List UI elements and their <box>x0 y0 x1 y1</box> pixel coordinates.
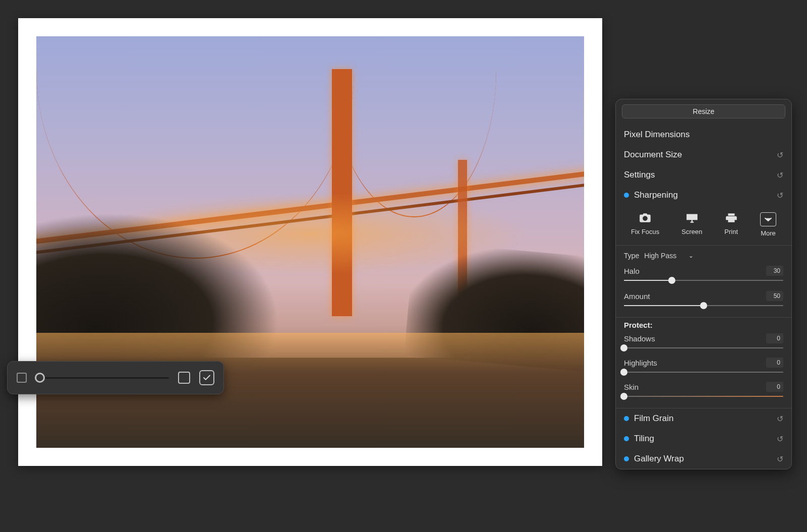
section-settings[interactable]: Settings ↺ <box>616 165 791 185</box>
shadows-slider[interactable] <box>624 343 783 352</box>
section-title: Tiling <box>634 434 654 444</box>
enabled-dot-icon[interactable] <box>624 456 629 461</box>
preset-print[interactable]: Print <box>724 212 738 237</box>
proof-toggle-icon[interactable] <box>199 370 214 385</box>
type-block: Type High Pass ⌄ Halo 30 Amount 50 <box>616 246 791 317</box>
preset-more[interactable]: More <box>760 212 776 237</box>
canvas-matte <box>18 18 602 466</box>
type-value: High Pass <box>644 252 676 260</box>
icon-label: Fix Focus <box>631 228 659 235</box>
zoom-toolbar <box>7 361 224 394</box>
zoom-slider-handle[interactable] <box>35 373 45 383</box>
enabled-dot-icon[interactable] <box>624 193 629 198</box>
printer-icon <box>725 212 738 225</box>
slider-handle[interactable] <box>620 369 627 376</box>
section-title: Sharpening <box>634 190 678 200</box>
icon-label: Print <box>724 228 738 235</box>
section-pixel-dimensions[interactable]: Pixel Dimensions <box>616 125 791 145</box>
preset-fix-focus[interactable]: Fix Focus <box>631 212 659 237</box>
sharpening-preset-row: Fix Focus Screen Print More <box>616 205 791 245</box>
section-film-grain[interactable]: Film Grain ↺ <box>616 408 791 429</box>
zoom-slider-track <box>36 377 169 379</box>
highlights-value[interactable]: 0 <box>766 358 783 368</box>
reset-icon[interactable]: ↺ <box>777 434 783 444</box>
highlights-label: Highlights <box>624 359 657 367</box>
slider-fill <box>624 280 672 281</box>
halo-value[interactable]: 30 <box>766 266 783 276</box>
reset-icon[interactable]: ↺ <box>777 454 783 464</box>
halo-label: Halo <box>624 267 640 275</box>
monitor-icon <box>685 212 699 225</box>
zoom-min-icon[interactable] <box>17 373 27 383</box>
skin-label: Skin <box>624 383 639 391</box>
icon-label: More <box>761 229 776 237</box>
resize-panel: Resize Pixel Dimensions Document Size ↺ … <box>615 99 792 469</box>
amount-value[interactable]: 50 <box>766 291 783 301</box>
protect-heading: Protect: <box>616 318 791 330</box>
slider-handle[interactable] <box>668 277 675 284</box>
slider-handle[interactable] <box>700 302 707 309</box>
slider-track <box>624 372 783 373</box>
bridge-tower <box>332 69 352 316</box>
shadows-value[interactable]: 0 <box>766 333 783 343</box>
type-label: Type <box>624 252 639 260</box>
skin-slider[interactable] <box>624 392 783 401</box>
highlights-slider[interactable] <box>624 368 783 377</box>
resize-button[interactable]: Resize <box>622 104 785 119</box>
zoom-slider[interactable] <box>36 373 169 383</box>
section-tiling[interactable]: Tiling ↺ <box>616 429 791 449</box>
enabled-dot-icon[interactable] <box>624 416 629 421</box>
preset-screen[interactable]: Screen <box>681 212 702 237</box>
slider-track <box>624 396 783 397</box>
type-row[interactable]: Type High Pass ⌄ <box>624 252 783 260</box>
enabled-dot-icon[interactable] <box>624 436 629 441</box>
section-document-size[interactable]: Document Size ↺ <box>616 145 791 165</box>
section-title: Settings <box>624 170 655 180</box>
slider-handle[interactable] <box>620 393 627 400</box>
icon-label: Screen <box>681 228 702 235</box>
protect-block: Shadows 0 Highlights 0 Skin 0 <box>616 330 791 408</box>
reset-icon[interactable]: ↺ <box>777 191 783 200</box>
shadows-label: Shadows <box>624 334 655 343</box>
amount-label: Amount <box>624 292 650 301</box>
panel-header: Resize <box>616 99 791 125</box>
amount-slider[interactable] <box>624 301 783 310</box>
skin-value[interactable]: 0 <box>766 382 783 392</box>
camera-icon <box>639 212 652 225</box>
slider-track <box>624 347 783 348</box>
fit-screen-icon[interactable] <box>178 372 190 384</box>
reset-icon[interactable]: ↺ <box>777 414 783 424</box>
slider-handle[interactable] <box>620 344 627 351</box>
reset-icon[interactable]: ↺ <box>777 150 783 160</box>
halo-slider[interactable] <box>624 276 783 285</box>
chevron-down-icon: ⌄ <box>688 252 694 259</box>
section-title: Document Size <box>624 150 682 160</box>
more-box-icon <box>760 212 776 226</box>
section-title: Gallery Wrap <box>634 454 684 464</box>
section-sharpening[interactable]: Sharpening ↺ <box>616 185 791 205</box>
section-title: Pixel Dimensions <box>624 130 689 140</box>
reset-icon[interactable]: ↺ <box>777 170 783 180</box>
slider-fill <box>624 305 704 306</box>
section-gallery-wrap[interactable]: Gallery Wrap ↺ <box>616 449 791 469</box>
section-title: Film Grain <box>634 413 673 424</box>
